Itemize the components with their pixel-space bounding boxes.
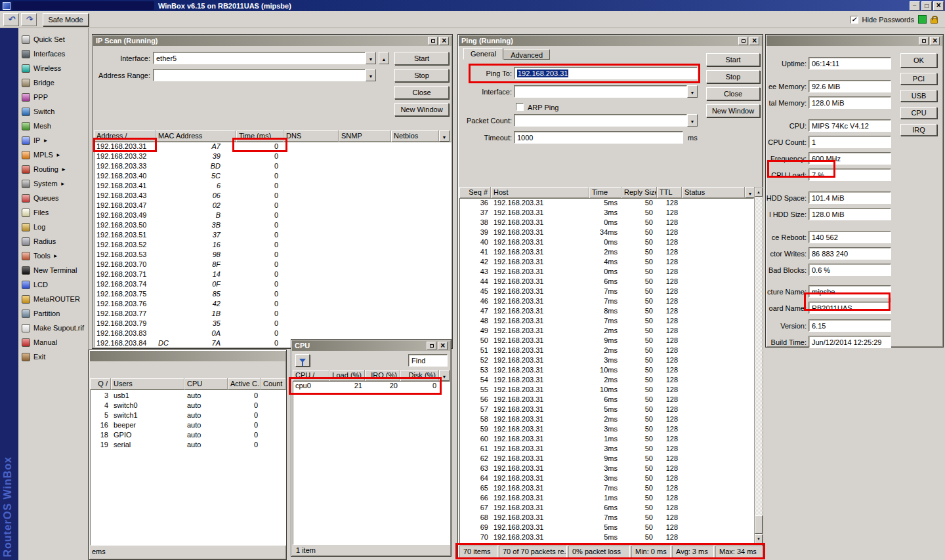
ip-scan-titlebar[interactable]: IP Scan (Running)	[93, 35, 452, 46]
sidebar-item[interactable]: Manual	[18, 335, 88, 350]
irq-row[interactable]: 4 switch0 auto 0	[90, 401, 286, 410]
close-button[interactable]	[749, 37, 759, 45]
ping-row[interactable]: 39 192.168.203.31 34ms 50 128	[459, 228, 754, 237]
vertical-scrollbar[interactable]	[754, 187, 763, 544]
ping-row[interactable]: 65 192.168.203.31 7ms 50 128	[459, 483, 754, 493]
ping-row[interactable]: 60 192.168.203.31 1ms 50 128	[459, 434, 754, 444]
minimize-button[interactable]	[910, 1, 920, 10]
ping-row[interactable]: 50 192.168.203.31 9ms 50 128	[459, 336, 754, 346]
ping-row[interactable]: 48 192.168.203.31 7ms 50 128	[459, 316, 754, 326]
column-header[interactable]: Reply Size	[621, 187, 657, 198]
ip-scan-row[interactable]: 192.168.203.43 06 0	[94, 191, 452, 201]
ping-row[interactable]: 43 192.168.203.31 0ms 50 128	[459, 267, 754, 277]
column-selector-button[interactable]	[439, 130, 450, 142]
ping-row[interactable]: 62 192.168.203.31 9ms 50 128	[459, 454, 754, 464]
interface-dropdown-button[interactable]	[366, 52, 376, 64]
ip-scan-row[interactable]: 192.168.203.41 6 0	[94, 181, 452, 191]
column-selector-button[interactable]	[439, 370, 450, 381]
ip-scan-row[interactable]: 192.168.203.75 85 0	[94, 289, 452, 299]
timeout-input[interactable]: 1000	[514, 131, 683, 144]
interface-up-button[interactable]	[379, 52, 389, 64]
ping-row[interactable]: 54 192.168.203.31 2ms 50 128	[459, 375, 754, 385]
ping-row[interactable]: 47 192.168.203.31 8ms 50 128	[459, 306, 754, 316]
ip-scan-row[interactable]: 192.168.203.70 8F 0	[94, 260, 452, 270]
column-header[interactable]: DNS	[284, 130, 339, 142]
sidebar-item[interactable]: Switch	[18, 104, 88, 119]
close-button[interactable]	[438, 342, 448, 350]
irq-row[interactable]: 3 usb1 auto 0	[90, 391, 286, 401]
sidebar-item[interactable]: Make Supout.rif	[18, 321, 88, 335]
redo-button[interactable]	[21, 13, 37, 26]
ping-row[interactable]: 58 192.168.203.31 2ms 50 128	[459, 414, 754, 424]
irq-row[interactable]: 19 serial auto 0	[90, 440, 286, 450]
ping-row[interactable]: 46 192.168.203.31 7ms 50 128	[459, 296, 754, 306]
ping-row[interactable]: 70 192.168.203.31 5ms 50 128	[459, 532, 754, 542]
ip-scan-button[interactable]: Stop	[394, 69, 449, 82]
resources-button[interactable]: CPU	[900, 107, 937, 119]
sidebar-item[interactable]: Mesh	[18, 119, 88, 133]
column-header[interactable]: Time (ms)	[236, 130, 284, 142]
ip-scan-row[interactable]: 192.168.203.52 16 0	[94, 240, 452, 250]
ping-row[interactable]: 67 192.168.203.31 6ms 50 128	[459, 503, 754, 513]
address-range-dropdown-button[interactable]	[366, 69, 376, 81]
ping-row[interactable]: 45 192.168.203.31 7ms 50 128	[459, 287, 754, 296]
arp-ping-checkbox[interactable]	[516, 103, 524, 111]
ping-row[interactable]: 64 192.168.203.31 3ms 50 128	[459, 473, 754, 483]
ip-scan-row[interactable]: 192.168.203.49 B 0	[94, 210, 452, 220]
sidebar-item[interactable]: Queues	[18, 191, 88, 205]
find-input[interactable]: Find	[408, 354, 448, 367]
restore-button[interactable]	[919, 37, 929, 45]
tab-general[interactable]: General	[463, 48, 503, 60]
ping-row[interactable]: 37 192.168.203.31 3ms 50 128	[459, 208, 754, 218]
sidebar-item[interactable]: Partition	[18, 306, 88, 321]
ping-row[interactable]: 61 192.168.203.31 3ms 50 128	[459, 444, 754, 454]
column-header[interactable]: CPU	[184, 378, 228, 390]
close-button[interactable]	[930, 37, 940, 45]
ping-row[interactable]: 40 192.168.203.31 0ms 50 128	[459, 237, 754, 247]
ping-row[interactable]: 63 192.168.203.31 3ms 50 128	[459, 464, 754, 473]
ip-scan-row[interactable]: 192.168.203.71 14 0	[94, 270, 452, 279]
hide-passwords-checkbox[interactable]	[850, 16, 858, 24]
sidebar-item[interactable]: Routing	[18, 162, 88, 176]
column-header[interactable]: Netbios	[391, 130, 439, 142]
column-header[interactable]: IRQ (%)	[365, 370, 400, 381]
column-header[interactable]: Host	[491, 187, 589, 198]
column-header[interactable]: Q /	[90, 378, 111, 390]
ping-row[interactable]: 69 192.168.203.31 5ms 50 128	[459, 523, 754, 532]
ip-scan-row[interactable]: 192.168.203.32 39 0	[94, 151, 452, 161]
ping-button[interactable]: New Window	[706, 104, 760, 117]
irq-row[interactable]: 5 switch1 auto 0	[90, 410, 286, 420]
resources-button[interactable]: USB	[900, 90, 937, 102]
column-header[interactable]: Status	[682, 187, 745, 198]
sidebar-item[interactable]: System	[18, 176, 88, 191]
ping-button[interactable]: Start	[706, 53, 760, 66]
ip-scan-row[interactable]: 192.168.203.51 37 0	[94, 230, 452, 240]
restore-button[interactable]	[738, 37, 748, 45]
ip-scan-row[interactable]: 192.168.203.74 0F 0	[94, 279, 452, 289]
scrollbar-thumb[interactable]	[755, 515, 763, 534]
ip-scan-row[interactable]: 192.168.203.83 0A 0	[94, 329, 452, 338]
ping-row[interactable]: 44 192.168.203.31 6ms 50 128	[459, 277, 754, 287]
sidebar-item[interactable]: MPLS	[18, 148, 88, 162]
ping-row[interactable]: 59 192.168.203.31 3ms 50 128	[459, 424, 754, 434]
sidebar-item[interactable]: Files	[18, 205, 88, 220]
ip-scan-row[interactable]: 192.168.203.79 35 0	[94, 319, 452, 329]
ping-row[interactable]: 55 192.168.203.31 10ms 50 128	[459, 385, 754, 395]
resources-button[interactable]: PCI	[900, 73, 937, 85]
filter-button[interactable]	[295, 354, 310, 367]
column-header[interactable]: Seq #	[459, 187, 491, 198]
sidebar-item[interactable]: LCD	[18, 277, 88, 292]
undo-button[interactable]	[3, 13, 19, 26]
ping-row[interactable]: 52 192.168.203.31 3ms 50 128	[459, 355, 754, 365]
sidebar-item[interactable]: IP	[18, 133, 88, 148]
irq-row[interactable]: 16 beeper auto 0	[90, 420, 286, 430]
resources-button[interactable]: IRQ	[900, 124, 937, 136]
column-header[interactable]: SNMP	[339, 130, 391, 142]
cpu-row[interactable]: cpu0 21 20 0	[293, 381, 450, 391]
resources-window-titlebar[interactable]	[766, 35, 942, 46]
sidebar-item[interactable]: Bridge	[18, 75, 88, 90]
column-header[interactable]: Load (%)	[329, 370, 365, 381]
sidebar-item[interactable]: Exit	[18, 350, 88, 364]
column-header[interactable]: Address /	[94, 130, 156, 142]
ping-row[interactable]: 49 192.168.203.31 2ms 50 128	[459, 326, 754, 336]
